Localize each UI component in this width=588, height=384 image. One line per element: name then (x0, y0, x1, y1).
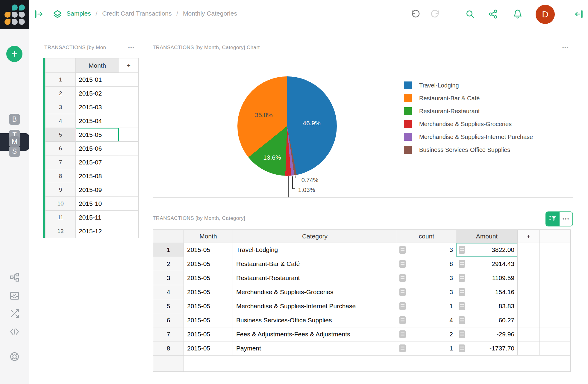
category-cell[interactable]: Business Services-Office Supplies (233, 313, 397, 327)
row-number-cell[interactable]: 8 (46, 169, 76, 183)
empty-cell[interactable] (518, 271, 540, 285)
user-avatar[interactable]: D (536, 5, 555, 24)
amount-cell[interactable]: 2914.43 (456, 257, 518, 271)
org-chart-icon[interactable] (9, 272, 20, 282)
redo-icon[interactable] (431, 9, 440, 19)
breadcrumb-samples-link[interactable]: Samples (66, 10, 91, 17)
row-number-cell[interactable]: 11 (46, 211, 76, 224)
empty-cell[interactable] (518, 313, 540, 327)
month-cell[interactable]: 2015-05 (184, 285, 233, 299)
inbox-check-icon[interactable] (9, 291, 20, 301)
month-cell[interactable]: 2015-05 (184, 271, 233, 285)
count-cell[interactable]: 3 (397, 285, 456, 299)
row-number-cell[interactable]: 1 (153, 243, 184, 257)
help-lifebuoy-icon[interactable] (9, 351, 20, 362)
category-cell[interactable]: Fees & Adjustments-Fees & Adjustments (233, 327, 397, 341)
search-icon[interactable] (465, 9, 475, 19)
empty-cell[interactable] (518, 243, 540, 257)
month-cell[interactable]: 2015-10 (76, 197, 119, 211)
month-cell[interactable]: 2015-01 (76, 73, 119, 87)
count-cell[interactable]: 3 (397, 243, 456, 257)
row-number-cell[interactable]: 4 (46, 114, 76, 128)
empty-cell[interactable] (540, 243, 571, 257)
table-menu-button[interactable]: ••• (560, 212, 572, 226)
empty-cell[interactable] (540, 257, 571, 271)
count-cell[interactable]: 1 (397, 299, 456, 313)
count-cell[interactable]: 4 (397, 313, 456, 327)
month-cell[interactable]: 2015-04 (76, 114, 119, 128)
amount-cell[interactable]: 154.16 (456, 285, 518, 299)
count-cell[interactable]: 2 (397, 327, 456, 341)
spare-column-header[interactable] (540, 230, 571, 243)
count-cell[interactable]: 3 (397, 271, 456, 285)
row-number-cell[interactable]: 5 (46, 128, 76, 142)
row-number-cell[interactable]: 8 (153, 341, 184, 356)
chart-panel-menu[interactable]: ••• (562, 44, 569, 52)
empty-cell[interactable] (518, 299, 540, 313)
empty-cell[interactable] (518, 285, 540, 299)
month-cell[interactable]: 2015-08 (76, 169, 119, 183)
amount-cell[interactable]: 83.83 (456, 299, 518, 313)
code-icon[interactable] (9, 326, 20, 337)
row-number-cell[interactable]: 3 (153, 271, 184, 285)
month-cell[interactable]: 2015-05 (184, 257, 233, 271)
month-cell[interactable]: 2015-02 (76, 87, 119, 100)
row-number-cell[interactable]: 1 (46, 73, 76, 87)
row-number-cell[interactable]: 6 (153, 313, 184, 327)
month-cell[interactable]: 2015-06 (76, 142, 119, 155)
notifications-bell-icon[interactable] (513, 9, 522, 19)
month-cell[interactable]: 2015-12 (76, 224, 119, 238)
empty-cell[interactable] (518, 257, 540, 271)
amount-cell[interactable]: 60.27 (456, 313, 518, 327)
empty-cell[interactable] (540, 299, 571, 313)
undo-icon[interactable] (410, 9, 420, 19)
sidebar-item-s[interactable]: S (9, 146, 20, 157)
category-cell[interactable]: Restaurant-Bar & Café (233, 257, 397, 271)
layers-icon[interactable] (53, 9, 62, 19)
app-logo[interactable] (0, 0, 29, 29)
category-cell[interactable]: Merchandise & Supplies-Groceries (233, 285, 397, 299)
left-panel-menu[interactable]: ••• (128, 44, 135, 52)
row-number-cell[interactable]: 5 (153, 299, 184, 313)
count-column-header[interactable]: count (397, 230, 456, 243)
month-cell[interactable]: 2015-03 (76, 100, 119, 114)
empty-cell[interactable] (518, 341, 540, 356)
row-number-cell[interactable]: 12 (46, 224, 76, 238)
month-cell[interactable]: 2015-09 (76, 183, 119, 197)
collapse-panel-icon[interactable] (574, 9, 584, 19)
amount-cell[interactable]: 1109.59 (456, 271, 518, 285)
month-cell[interactable]: 2015-11 (76, 211, 119, 224)
month-column-header[interactable]: Month (76, 58, 119, 73)
amount-cell-selected[interactable]: 3822.00 (456, 243, 518, 257)
category-cell[interactable]: Merchandise & Supplies-Internet Purchase (233, 299, 397, 313)
month-column-header[interactable]: Month (184, 230, 233, 243)
row-number-cell[interactable]: 7 (46, 155, 76, 169)
category-cell[interactable]: Travel-Lodging (233, 243, 397, 257)
row-number-header[interactable] (46, 58, 76, 73)
month-cell[interactable]: 2015-05 (184, 243, 233, 257)
share-icon[interactable] (488, 9, 498, 19)
empty-cell[interactable] (540, 313, 571, 327)
add-column-button[interactable]: + (119, 58, 139, 73)
month-cell[interactable]: 2015-05 (184, 327, 233, 341)
empty-cell[interactable] (540, 327, 571, 341)
row-number-header[interactable] (153, 230, 184, 243)
row-number-cell[interactable]: 2 (153, 257, 184, 271)
pie-chart[interactable] (237, 76, 337, 176)
empty-cell[interactable] (518, 327, 540, 341)
row-number-cell[interactable]: 2 (46, 87, 76, 100)
count-cell[interactable]: 8 (397, 257, 456, 271)
empty-cell[interactable] (540, 285, 571, 299)
sidebar-item-m-active[interactable]: M (9, 136, 20, 147)
month-cell[interactable]: 2015-05 (184, 341, 233, 356)
month-cell[interactable]: 2015-05 (184, 313, 233, 327)
add-column-button[interactable]: + (518, 230, 540, 243)
add-new-button[interactable]: + (6, 46, 22, 62)
amount-cell[interactable]: -29.96 (456, 327, 518, 341)
row-number-cell[interactable]: 9 (46, 183, 76, 197)
category-column-header[interactable]: Category (233, 230, 397, 243)
row-number-cell[interactable] (153, 356, 184, 372)
row-number-cell[interactable]: 7 (153, 327, 184, 341)
shuffle-icon[interactable] (9, 308, 20, 319)
empty-cell[interactable] (540, 341, 571, 356)
